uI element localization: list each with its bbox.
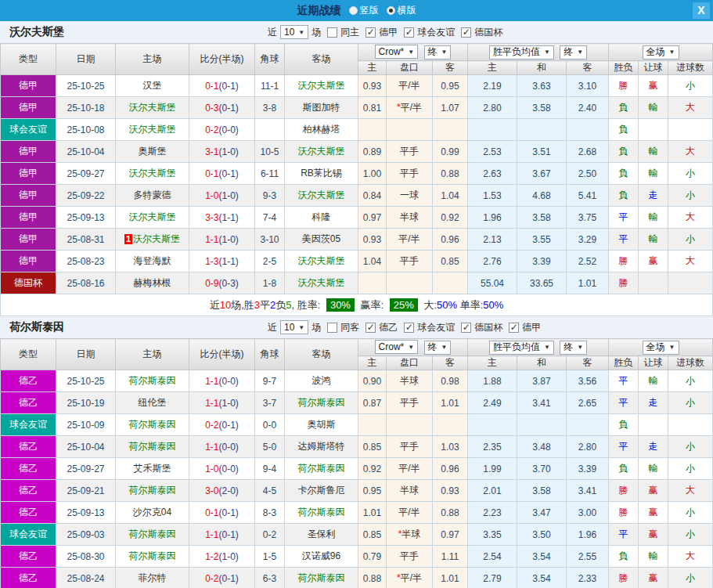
odds-home-cell: 1.00 — [358, 163, 387, 185]
recent-count-value: 10 — [284, 27, 294, 38]
radio-vertical[interactable]: 竖版 — [349, 4, 379, 17]
chevron-down-icon: ▼ — [441, 49, 448, 56]
home-team-link[interactable]: 海登海默 — [134, 255, 171, 266]
scope-group-header: 全场▼ — [609, 44, 713, 61]
league-filter-checkbox[interactable]: ✓ — [404, 27, 414, 38]
recent-count-select[interactable]: 10▼ — [280, 320, 308, 334]
home-team-link[interactable]: 艾禾斯堡 — [134, 463, 171, 474]
avg-final-select[interactable]: 终▼ — [560, 45, 587, 60]
filter-games-label: 场 — [311, 26, 321, 39]
league-filter-checkbox[interactable]: ✓ — [366, 27, 376, 38]
avg-home-cell: 55.04 — [468, 272, 517, 294]
col-handicap: 盘口 — [387, 61, 433, 75]
close-icon[interactable]: X — [693, 2, 710, 19]
home-team-link[interactable]: 沃尔夫斯堡 — [129, 102, 176, 113]
avg-away-cell: 3.41 — [567, 480, 609, 502]
avg-away-cell: 2.55 — [567, 546, 609, 568]
home-team-link[interactable]: 荷尔斯泰因 — [129, 375, 176, 386]
home-team-link[interactable]: 沃尔夫斯堡 — [129, 124, 176, 135]
home-team-link[interactable]: 多特蒙德 — [134, 189, 171, 200]
away-team-link[interactable]: 达姆斯塔特 — [298, 441, 345, 452]
recent-count-select[interactable]: 10▼ — [280, 25, 308, 39]
home-team-link[interactable]: 汉堡 — [143, 80, 162, 91]
away-team-link[interactable]: 波鸿 — [312, 375, 331, 386]
score-cell: 0-9(0-3) — [189, 272, 255, 294]
scope-group-header: 全场▼ — [609, 339, 713, 356]
home-team-cell: 沃尔夫斯堡 — [116, 97, 189, 119]
away-team-link[interactable]: 卡尔斯鲁厄 — [298, 485, 345, 496]
away-team-link[interactable]: 沃尔夫斯堡 — [298, 255, 345, 266]
goals-result-cell: 小 — [668, 568, 713, 588]
away-team-link[interactable]: 柏林赫塔 — [303, 124, 340, 135]
avg-home-cell: 2.23 — [468, 502, 517, 524]
home-team-cell: 纽伦堡 — [116, 392, 189, 414]
handicap-cell: 半球 — [387, 480, 433, 502]
avg-type-select[interactable]: 胜平负均值▼ — [489, 341, 554, 355]
home-team-link[interactable]: 荷尔斯泰因 — [129, 550, 176, 561]
away-team-link[interactable]: 斯图加特 — [303, 102, 340, 113]
scope-select[interactable]: 全场▼ — [643, 341, 679, 355]
avg-group-header: 胜平负均值▼ 终▼ — [468, 44, 609, 61]
away-team-link[interactable]: 荷尔斯泰因 — [298, 507, 345, 518]
radio-vertical-icon[interactable] — [349, 6, 358, 15]
league-filter-checkbox[interactable]: ✓ — [461, 323, 471, 333]
home-team-link[interactable]: 荷尔斯泰因 — [129, 419, 176, 430]
handicap-result-cell: 赢 — [639, 568, 668, 588]
avg-away-cell: 5.41 — [567, 185, 609, 207]
avg-final-select[interactable]: 终▼ — [560, 341, 587, 355]
odds-source-select[interactable]: Crow*▼ — [375, 340, 419, 354]
home-team-cell: 奥斯堡 — [116, 141, 189, 163]
league-filter-checkbox[interactable]: ✓ — [461, 27, 471, 38]
home-team-link[interactable]: 赫梅林根 — [134, 277, 171, 288]
home-team-link[interactable]: 纽伦堡 — [139, 397, 167, 408]
goals-result-cell: 小 — [668, 163, 713, 185]
same-venue-checkbox[interactable] — [327, 27, 337, 38]
away-team-link[interactable]: 汉诺威96 — [302, 550, 340, 561]
home-team-link[interactable]: 沙尔克04 — [133, 507, 171, 518]
home-team-link[interactable]: 奥斯堡 — [139, 146, 167, 157]
odds-final-select[interactable]: 终▼ — [424, 45, 452, 60]
away-team-link[interactable]: 美因茨05 — [302, 233, 340, 244]
result-cell: 勝 — [609, 568, 639, 588]
avg-away-cell: 3.10 — [567, 75, 609, 97]
away-team-link[interactable]: RB莱比锡 — [301, 168, 342, 179]
summary-text: 50% — [437, 299, 457, 311]
date-cell: 25-10-08 — [56, 119, 116, 141]
away-team-link[interactable]: 沃尔夫斯堡 — [298, 189, 345, 200]
home-team-link[interactable]: 荷尔斯泰因 — [129, 441, 176, 452]
away-team-link[interactable]: 沃尔夫斯堡 — [298, 80, 345, 91]
scope-select[interactable]: 全场▼ — [643, 45, 679, 60]
league-filter-checkbox[interactable]: ✓ — [404, 323, 414, 333]
away-team-link[interactable]: 荷尔斯泰因 — [298, 572, 345, 583]
goals-result-cell: 小 — [668, 185, 713, 207]
home-team-link[interactable]: 菲尔特 — [139, 572, 167, 583]
away-team-link[interactable]: 奥胡斯 — [308, 419, 336, 430]
odds-final-select[interactable]: 终▼ — [424, 341, 452, 355]
home-team-link[interactable]: 沃尔夫斯堡 — [129, 168, 176, 179]
odds-source-select[interactable]: Crow*▼ — [375, 45, 419, 59]
away-team-link[interactable]: 荷尔斯泰因 — [298, 397, 345, 408]
same-venue-checkbox[interactable] — [327, 323, 337, 333]
radio-horizontal-icon[interactable] — [387, 6, 395, 15]
home-team-link[interactable]: 沃尔夫斯堡 — [129, 211, 176, 222]
corner-cell: 10-5 — [255, 141, 285, 163]
avg-type-select[interactable]: 胜平负均值▼ — [489, 45, 554, 60]
radio-horizontal[interactable]: 横版 — [387, 4, 416, 17]
away-team-cell: 沃尔夫斯堡 — [285, 251, 358, 272]
odds-home-cell: 0.97 — [358, 207, 387, 229]
handicap-cell: 平/半 — [387, 502, 433, 524]
home-team-cell: 沙尔克04 — [116, 502, 189, 524]
away-team-link[interactable]: 科隆 — [312, 211, 331, 222]
odds-home-cell — [358, 272, 387, 294]
away-team-link[interactable]: 圣保利 — [308, 528, 336, 539]
away-team-link[interactable]: 沃尔夫斯堡 — [298, 146, 345, 157]
away-team-link[interactable]: 沃尔夫斯堡 — [298, 277, 345, 288]
league-filter-checkbox[interactable]: ✓ — [509, 323, 519, 333]
home-team-link[interactable]: 沃尔夫斯堡 — [133, 233, 180, 244]
league-filter-checkbox[interactable]: ✓ — [366, 323, 376, 333]
fulltime-score: 1-0 — [205, 190, 218, 201]
away-team-link[interactable]: 荷尔斯泰因 — [298, 463, 345, 474]
avg-home-cell: 2.49 — [468, 392, 517, 414]
home-team-link[interactable]: 荷尔斯泰因 — [129, 528, 176, 539]
home-team-link[interactable]: 荷尔斯泰因 — [129, 485, 176, 496]
